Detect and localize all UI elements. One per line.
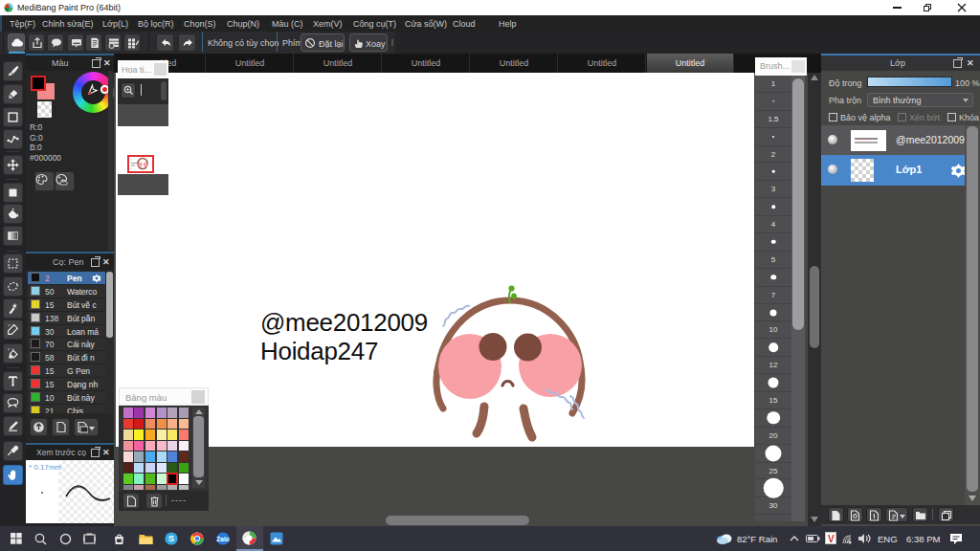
svg-text:S: S [168,533,174,543]
svg-text:Zalo: Zalo [216,536,229,542]
